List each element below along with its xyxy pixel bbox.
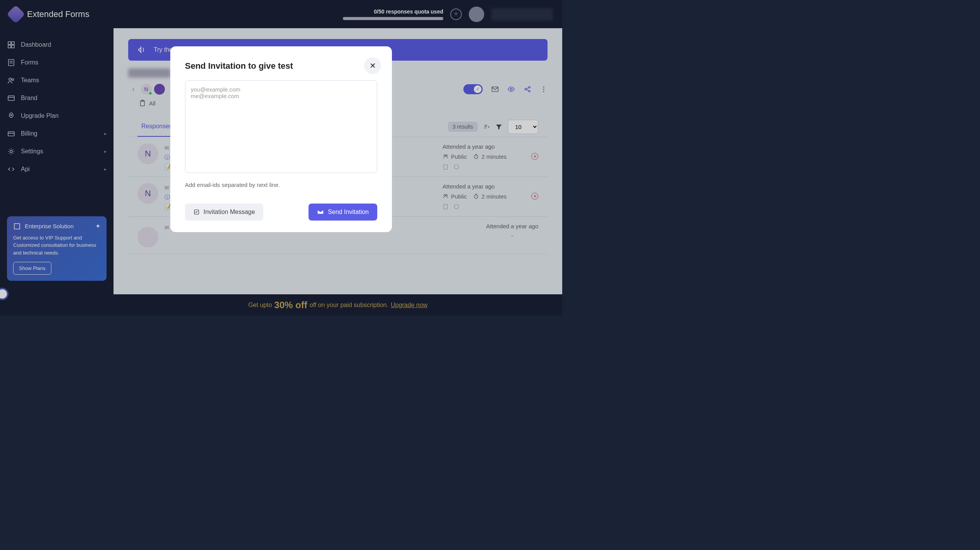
button-label: Invitation Message bbox=[203, 209, 255, 216]
close-button[interactable]: ✕ bbox=[364, 57, 381, 74]
modal-title: Send Invitation to give test bbox=[185, 61, 377, 71]
modal-hint: Add email-ids separated by next line. bbox=[185, 182, 377, 188]
send-invitation-button[interactable]: Send Invitation bbox=[309, 204, 377, 221]
invitation-message-button[interactable]: Invitation Message bbox=[185, 204, 263, 221]
email-textarea[interactable] bbox=[185, 80, 377, 173]
send-invitation-modal: Send Invitation to give test ✕ Add email… bbox=[170, 46, 392, 232]
modal-overlay[interactable]: Send Invitation to give test ✕ Add email… bbox=[0, 0, 562, 316]
button-label: Send Invitation bbox=[328, 209, 369, 216]
